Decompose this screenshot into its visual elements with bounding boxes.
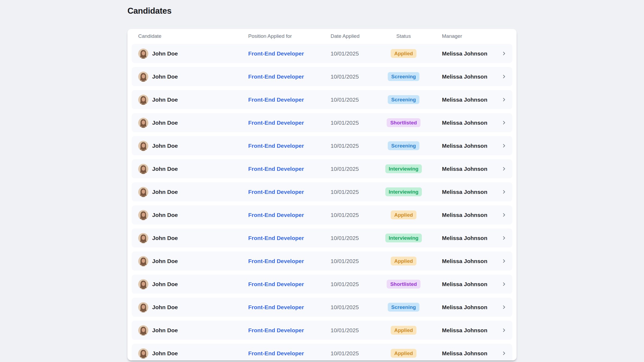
manager-name: Melissa Johnson — [429, 212, 500, 218]
position-link[interactable]: Front-End Developer — [248, 235, 304, 241]
position-link[interactable]: Front-End Developer — [248, 166, 304, 172]
position-link[interactable]: Front-End Developer — [248, 327, 304, 333]
column-header-status: Status — [378, 33, 429, 39]
row-chevron[interactable] — [500, 167, 508, 171]
column-header-date: Date Applied — [331, 33, 378, 39]
manager-name: Melissa Johnson — [429, 120, 500, 126]
row-chevron[interactable] — [500, 51, 508, 56]
status-cell: Shortlisted — [378, 118, 429, 127]
table-row[interactable]: John Doe Front-End Developer 10/01/2025 … — [132, 67, 512, 86]
table-row[interactable]: John Doe Front-End Developer 10/01/2025 … — [132, 44, 512, 63]
candidate-photo-icon — [138, 233, 148, 243]
candidate-name: John Doe — [152, 97, 178, 103]
position-link[interactable]: Front-End Developer — [248, 50, 304, 57]
avatar — [138, 187, 148, 197]
position-cell: Front-End Developer — [248, 235, 331, 241]
position-cell: Front-End Developer — [248, 143, 331, 149]
avatar — [138, 233, 148, 243]
chevron-right-icon — [502, 120, 506, 125]
avatar — [138, 256, 148, 266]
table-row[interactable]: John Doe Front-End Developer 10/01/2025 … — [132, 275, 512, 294]
row-chevron[interactable] — [500, 236, 508, 240]
table-row[interactable]: John Doe Front-End Developer 10/01/2025 … — [132, 321, 512, 340]
status-cell: Interviewing — [378, 164, 429, 173]
chevron-right-icon — [502, 351, 506, 356]
position-link[interactable]: Front-End Developer — [248, 350, 304, 356]
row-chevron[interactable] — [500, 190, 508, 194]
row-chevron[interactable] — [500, 213, 508, 217]
candidate-photo-icon — [138, 325, 148, 335]
table-row[interactable]: John Doe Front-End Developer 10/01/2025 … — [132, 182, 512, 201]
table-row[interactable]: John Doe Front-End Developer 10/01/2025 … — [132, 159, 512, 178]
candidate-cell: John Doe — [138, 118, 248, 128]
row-chevron[interactable] — [500, 305, 508, 309]
manager-name: Melissa Johnson — [429, 327, 500, 334]
candidate-cell: John Doe — [138, 141, 248, 151]
position-cell: Front-End Developer — [248, 166, 331, 172]
position-link[interactable]: Front-End Developer — [248, 212, 304, 218]
row-chevron[interactable] — [500, 351, 508, 356]
manager-name: Melissa Johnson — [429, 97, 500, 103]
candidate-cell: John Doe — [138, 256, 248, 266]
manager-name: Melissa Johnson — [429, 304, 500, 311]
row-chevron[interactable] — [500, 282, 508, 286]
avatar — [138, 279, 148, 289]
candidate-name: John Doe — [152, 304, 178, 311]
date-applied: 10/01/2025 — [331, 143, 378, 149]
table-row[interactable]: John Doe Front-End Developer 10/01/2025 … — [132, 228, 512, 248]
row-chevron[interactable] — [500, 259, 508, 263]
manager-name: Melissa Johnson — [429, 50, 500, 57]
position-link[interactable]: Front-End Developer — [248, 189, 304, 195]
status-cell: Applied — [378, 326, 429, 335]
table-row[interactable]: John Doe Front-End Developer 10/01/2025 … — [132, 90, 512, 109]
avatar — [138, 164, 148, 174]
chevron-right-icon — [502, 328, 506, 333]
candidate-name: John Doe — [152, 73, 178, 80]
avatar — [138, 118, 148, 128]
table-row[interactable]: John Doe Front-End Developer 10/01/2025 … — [132, 344, 512, 360]
table-row[interactable]: John Doe Front-End Developer 10/01/2025 … — [132, 136, 512, 155]
table-row[interactable]: John Doe Front-End Developer 10/01/2025 … — [132, 205, 512, 224]
candidate-name: John Doe — [152, 143, 178, 149]
table-row[interactable]: John Doe Front-End Developer 10/01/2025 … — [132, 298, 512, 317]
status-badge: Interviewing — [385, 187, 422, 196]
status-cell: Applied — [378, 257, 429, 265]
candidate-name: John Doe — [152, 350, 178, 357]
candidate-cell: John Doe — [138, 325, 248, 335]
row-chevron[interactable] — [500, 74, 508, 79]
row-chevron[interactable] — [500, 143, 508, 148]
date-applied: 10/01/2025 — [331, 120, 378, 126]
position-cell: Front-End Developer — [248, 327, 331, 334]
table-row[interactable]: John Doe Front-End Developer 10/01/2025 … — [132, 252, 512, 271]
position-link[interactable]: Front-End Developer — [248, 97, 304, 103]
position-link[interactable]: Front-End Developer — [248, 258, 304, 264]
position-link[interactable]: Front-End Developer — [248, 73, 304, 80]
manager-name: Melissa Johnson — [429, 281, 500, 287]
row-chevron[interactable] — [500, 328, 508, 333]
candidate-name: John Doe — [152, 281, 178, 287]
position-link[interactable]: Front-End Developer — [248, 143, 304, 149]
chevron-right-icon — [502, 167, 506, 171]
position-cell: Front-End Developer — [248, 120, 331, 126]
position-link[interactable]: Front-End Developer — [248, 304, 304, 310]
manager-name: Melissa Johnson — [429, 166, 500, 172]
row-chevron[interactable] — [500, 97, 508, 102]
date-applied: 10/01/2025 — [331, 212, 378, 218]
status-cell: Shortlisted — [378, 280, 429, 289]
candidate-name: John Doe — [152, 166, 178, 172]
status-cell: Interviewing — [378, 187, 429, 196]
candidate-cell: John Doe — [138, 210, 248, 220]
candidate-cell: John Doe — [138, 164, 248, 174]
table-header: Candidate Position Applied for Date Appl… — [132, 33, 512, 40]
position-cell: Front-End Developer — [248, 73, 331, 80]
status-cell: Screening — [378, 95, 429, 104]
table-row[interactable]: John Doe Front-End Developer 10/01/2025 … — [132, 113, 512, 132]
date-applied: 10/01/2025 — [331, 258, 378, 264]
column-header-manager: Manager — [429, 33, 500, 39]
row-chevron[interactable] — [500, 120, 508, 125]
position-link[interactable]: Front-End Developer — [248, 281, 304, 287]
candidate-cell: John Doe — [138, 233, 248, 243]
position-link[interactable]: Front-End Developer — [248, 120, 304, 126]
status-badge: Applied — [391, 257, 416, 265]
table-body: John Doe Front-End Developer 10/01/2025 … — [132, 44, 512, 360]
